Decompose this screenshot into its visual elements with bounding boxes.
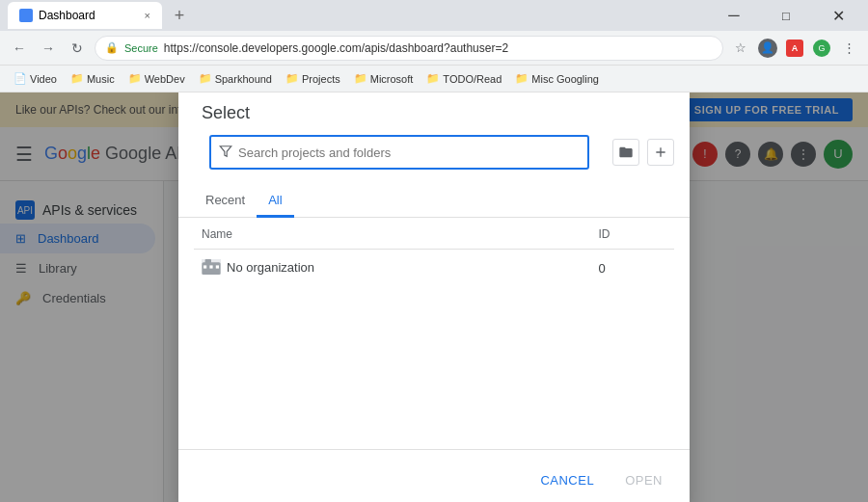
extension-btn1[interactable]: A	[783, 37, 806, 60]
search-filter-icon	[219, 145, 232, 161]
secure-label: Secure	[124, 42, 158, 54]
col-id: ID	[590, 218, 674, 250]
bookmark-projects-icon: 📁	[285, 72, 299, 85]
dialog-footer: CANCEL OPEN	[178, 449, 690, 502]
dialog-search-bar[interactable]	[209, 135, 589, 170]
dialog-table-wrap: Name ID	[178, 218, 690, 410]
org-name-cell: No organization	[194, 250, 590, 288]
org-icon	[202, 259, 221, 275]
bookmarks-bar: 📄 Video 📁 Music 📁 WebDev 📁 Sparkhound 📁 …	[0, 66, 868, 92]
address-bar[interactable]: 🔒 Secure https://console.developers.goog…	[95, 36, 723, 61]
svg-rect-2	[205, 259, 211, 264]
secure-icon: 🔒	[105, 41, 119, 54]
minimize-btn[interactable]: ─	[712, 3, 756, 28]
open-button[interactable]: OPEN	[613, 465, 674, 495]
add-btn[interactable]	[647, 139, 674, 166]
forward-btn[interactable]: →	[37, 37, 60, 60]
bookmark-sparkhound[interactable]: 📁 Sparkhound	[193, 70, 278, 87]
page-area: Like our APIs? Check out our inf... MISS…	[0, 92, 868, 502]
browser-tab[interactable]: Dashboard ×	[8, 2, 162, 29]
bookmark-todo[interactable]: 📁 TODO/Read	[420, 70, 507, 87]
bookmark-webdev[interactable]: 📁 WebDev	[122, 70, 191, 87]
bookmark-misc[interactable]: 📁 Misc Googling	[509, 70, 605, 87]
dialog-table: Name ID	[194, 218, 674, 287]
dialog-tabs: Recent All	[178, 177, 690, 218]
bookmark-webdev-icon: 📁	[128, 72, 142, 85]
bookmark-star-btn[interactable]: ☆	[729, 37, 752, 60]
extension-btn2[interactable]: G	[810, 37, 833, 60]
svg-rect-3	[203, 265, 206, 268]
tab-favicon	[19, 9, 33, 22]
tab-recent[interactable]: Recent	[194, 185, 257, 218]
org-id-cell: 0	[590, 250, 674, 288]
tab-close-btn[interactable]: ×	[145, 10, 150, 21]
bookmark-video[interactable]: 📄 Video	[8, 70, 63, 87]
svg-rect-1	[202, 262, 220, 275]
svg-rect-5	[216, 265, 219, 268]
cancel-button[interactable]: CANCEL	[529, 465, 606, 495]
folder-btn[interactable]	[612, 139, 639, 166]
svg-rect-4	[209, 265, 212, 268]
bookmark-music-icon: 📁	[70, 72, 84, 85]
account-btn[interactable]: 👤	[756, 37, 779, 60]
dialog-overlay: Select	[0, 92, 868, 502]
bookmark-microsoft[interactable]: 📁 Microsoft	[348, 70, 420, 87]
back-btn[interactable]: ←	[8, 37, 31, 60]
table-row[interactable]: No organization 0	[194, 250, 674, 288]
address-url: https://console.developers.google.com/ap…	[164, 41, 713, 55]
svg-marker-0	[220, 145, 231, 156]
close-btn[interactable]: ✕	[816, 3, 860, 28]
browser-toolbar: ← → ↻ 🔒 Secure https://console.developer…	[0, 31, 868, 66]
browser-titlebar: Dashboard × + ─ □ ✕	[0, 0, 868, 31]
bookmark-microsoft-icon: 📁	[354, 72, 367, 85]
tab-title: Dashboard	[39, 9, 95, 22]
org-name: No organization	[227, 260, 314, 275]
bookmark-misc-icon: 📁	[515, 72, 529, 85]
window-controls: ─ □ ✕	[712, 3, 860, 28]
tab-all[interactable]: All	[257, 185, 293, 218]
new-tab-btn[interactable]: +	[166, 2, 193, 29]
reload-btn[interactable]: ↻	[66, 37, 89, 60]
bookmark-video-icon: 📄	[14, 72, 27, 85]
menu-btn[interactable]: ⋮	[837, 37, 860, 60]
bookmark-todo-icon: 📁	[426, 72, 440, 85]
select-dialog: Select	[178, 92, 690, 502]
dialog-title: Select	[178, 92, 690, 135]
toolbar-icons: ☆ 👤 A G ⋮	[729, 37, 860, 60]
bookmark-music[interactable]: 📁 Music	[65, 70, 121, 87]
search-input[interactable]	[238, 145, 580, 160]
maximize-btn[interactable]: □	[764, 3, 808, 28]
bookmark-projects[interactable]: 📁 Projects	[280, 70, 346, 87]
col-name: Name	[194, 218, 590, 250]
bookmark-sparkhound-icon: 📁	[199, 72, 212, 85]
